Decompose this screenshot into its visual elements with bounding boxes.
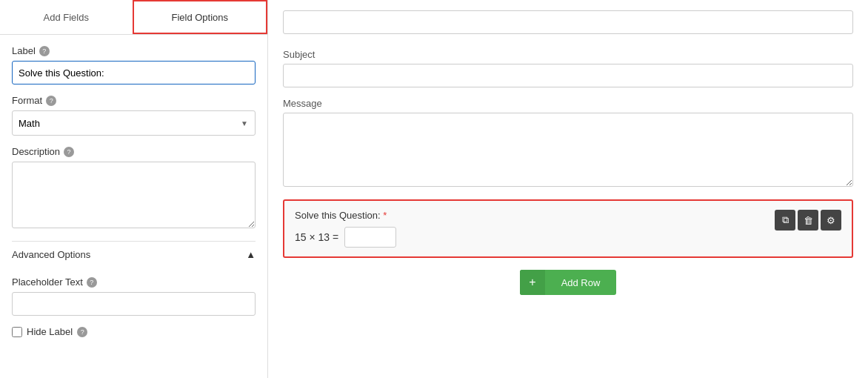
label-heading: Label ?: [12, 45, 256, 56]
settings-button[interactable]: ⚙: [821, 210, 841, 231]
trash-icon: 🗑: [804, 215, 813, 226]
placeholder-input[interactable]: [12, 292, 256, 316]
description-heading: Description ?: [12, 146, 256, 157]
description-textarea[interactable]: [12, 162, 256, 228]
captcha-equation: 15 × 13 =: [295, 227, 775, 248]
left-panel: Add Fields Field Options Label ? Format …: [0, 0, 268, 378]
gear-icon: ⚙: [827, 215, 835, 226]
label-input[interactable]: [12, 61, 256, 84]
description-help-icon[interactable]: ?: [64, 147, 74, 157]
advanced-options-header[interactable]: Advanced Options ▲: [12, 241, 256, 268]
tabs-container: Add Fields Field Options: [0, 0, 267, 35]
message-label: Message: [283, 98, 853, 109]
tab-add-fields[interactable]: Add Fields: [0, 0, 133, 34]
format-group: Format ? Math Text Number: [12, 95, 256, 136]
tab-field-options[interactable]: Field Options: [133, 0, 268, 34]
copy-button[interactable]: ⧉: [775, 210, 795, 231]
message-row: Message: [283, 98, 853, 189]
format-heading: Format ?: [12, 95, 256, 106]
description-group: Description ?: [12, 146, 256, 231]
format-select[interactable]: Math Text Number: [12, 110, 256, 136]
hide-label-checkbox[interactable]: [12, 327, 22, 337]
placeholder-group: Placeholder Text ?: [12, 276, 256, 316]
delete-button[interactable]: 🗑: [798, 210, 818, 231]
top-field-input[interactable]: [283, 10, 853, 34]
plus-icon: +: [520, 270, 545, 295]
right-panel: Subject Message Solve this Question: * 1…: [268, 0, 868, 378]
subject-label: Subject: [283, 49, 853, 60]
format-select-wrapper: Math Text Number: [12, 110, 256, 136]
captcha-actions: ⧉ 🗑 ⚙: [775, 210, 841, 231]
add-row-button[interactable]: + Add Row: [520, 270, 616, 295]
placeholder-help-icon[interactable]: ?: [87, 277, 97, 288]
chevron-up-icon: ▲: [246, 249, 256, 260]
captcha-answer-input[interactable]: [344, 227, 396, 248]
top-input-row: [283, 10, 853, 34]
captcha-field-block: Solve this Question: * 15 × 13 = ⧉ 🗑 ⚙: [283, 199, 853, 258]
copy-icon: ⧉: [782, 214, 789, 226]
hide-label-row: Hide Label ?: [12, 326, 256, 337]
label-help-icon[interactable]: ?: [39, 46, 50, 56]
captcha-label: Solve this Question: *: [295, 210, 775, 221]
message-textarea[interactable]: [283, 113, 853, 187]
captcha-content: Solve this Question: * 15 × 13 =: [295, 210, 775, 248]
placeholder-heading: Placeholder Text ?: [12, 276, 256, 288]
required-star: *: [383, 210, 387, 221]
hide-label-help-icon[interactable]: ?: [77, 327, 87, 337]
label-group: Label ?: [12, 45, 256, 84]
subject-input[interactable]: [283, 64, 853, 87]
add-row-label: Add Row: [545, 277, 616, 288]
left-content: Label ? Format ? Math Text Number: [0, 35, 267, 378]
format-help-icon[interactable]: ?: [46, 96, 56, 106]
subject-row: Subject: [283, 49, 853, 87]
